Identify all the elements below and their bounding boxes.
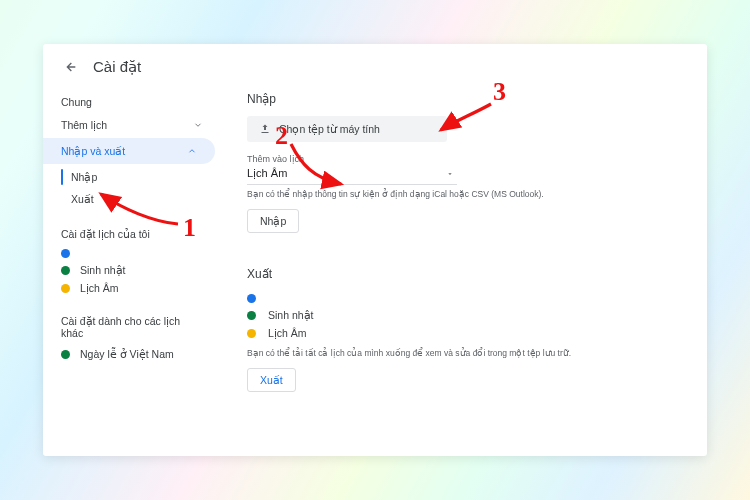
field-label: Thêm vào lịch	[247, 154, 681, 164]
arrow-left-icon	[62, 59, 78, 75]
upload-icon	[259, 123, 271, 135]
sidebar-calendar-item[interactable]	[43, 246, 221, 261]
back-button[interactable]	[61, 58, 79, 76]
sidebar-item-add-calendar[interactable]: Thêm lịch	[43, 112, 221, 138]
sidebar-item-label: Sinh nhật	[80, 264, 126, 276]
chevron-up-icon	[187, 146, 197, 156]
sidebar-item-label: Xuất	[71, 193, 94, 205]
calendar-color-dot	[247, 329, 256, 338]
sidebar-item-label: Lịch Âm	[80, 282, 119, 294]
sidebar-subitem-export[interactable]: Xuất	[53, 188, 221, 210]
body: Chung Thêm lịch Nhập và xuất Nhập Xuất	[43, 86, 707, 456]
sidebar-calendar-item[interactable]: Sinh nhật	[43, 261, 221, 279]
calendar-color-dot	[61, 249, 70, 258]
button-label: Chọn tệp từ máy tính	[279, 123, 380, 135]
calendar-color-dot	[61, 284, 70, 293]
add-to-calendar-field: Thêm vào lịch Lịch Âm Bạn có thể nhập th…	[247, 154, 681, 199]
sidebar-calendar-item[interactable]: Ngày lễ ở Việt Nam	[43, 345, 221, 363]
calendar-color-dot	[247, 294, 256, 303]
sidebar-calendar-item[interactable]: Lịch Âm	[43, 279, 221, 297]
calendar-color-dot	[61, 350, 70, 359]
caret-down-icon	[445, 169, 455, 179]
add-to-calendar-select[interactable]: Lịch Âm	[247, 165, 457, 185]
sidebar-item-label: Ngày lễ ở Việt Nam	[80, 348, 174, 360]
section-title-import: Nhập	[247, 92, 681, 106]
sidebar-item-import-export[interactable]: Nhập và xuất	[43, 138, 215, 164]
import-helper-text: Bạn có thể nhập thông tin sự kiện ở định…	[247, 189, 681, 199]
select-value: Lịch Âm	[247, 167, 287, 180]
choose-file-button[interactable]: Chọn tệp từ máy tính	[247, 116, 447, 142]
sidebar-heading-my-calendars: Cài đặt lịch của tôi	[43, 220, 221, 246]
export-calendar-item	[247, 291, 681, 306]
chevron-down-icon	[193, 120, 203, 130]
sidebar-heading-other-calendars: Cài đặt dành cho các lịch khác	[43, 307, 221, 345]
calendar-label: Lịch Âm	[268, 327, 307, 339]
sidebar-item-label: Thêm lịch	[61, 119, 107, 131]
calendar-label: Sinh nhật	[268, 309, 314, 321]
section-title-export: Xuất	[247, 267, 681, 281]
export-calendar-item: Sinh nhật	[247, 306, 681, 324]
sidebar-subitems: Nhập Xuất	[43, 166, 221, 210]
export-calendar-item: Lịch Âm	[247, 324, 681, 342]
sidebar-item-label: Nhập và xuất	[61, 145, 125, 157]
export-helper-text: Bạn có thể tải tất cả lịch của mình xuốn…	[247, 348, 681, 358]
calendar-color-dot	[247, 311, 256, 320]
button-label: Nhập	[260, 215, 286, 227]
settings-window: Cài đặt Chung Thêm lịch Nhập và xuất Nhậ…	[43, 44, 707, 456]
main-panel: Nhập Chọn tệp từ máy tính Thêm vào lịch …	[221, 86, 707, 456]
import-button[interactable]: Nhập	[247, 209, 299, 233]
header: Cài đặt	[43, 44, 707, 86]
sidebar-item-label: Nhập	[71, 171, 97, 183]
export-button[interactable]: Xuất	[247, 368, 296, 392]
page-title: Cài đặt	[93, 58, 141, 76]
sidebar-item-general[interactable]: Chung	[43, 96, 221, 108]
calendar-color-dot	[61, 266, 70, 275]
sidebar-subitem-import[interactable]: Nhập	[53, 166, 221, 188]
button-label: Xuất	[260, 374, 283, 386]
sidebar: Chung Thêm lịch Nhập và xuất Nhập Xuất	[43, 86, 221, 456]
